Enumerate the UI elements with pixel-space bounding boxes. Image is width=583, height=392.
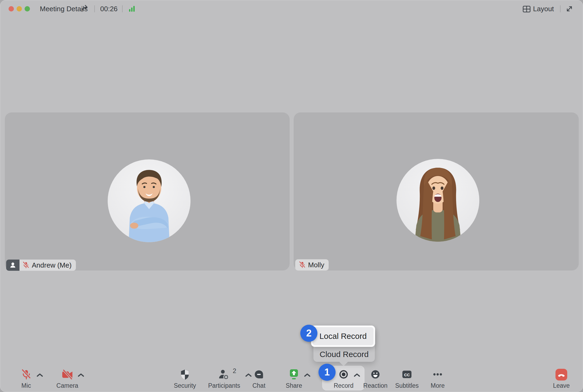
security-button[interactable]: Security <box>166 369 204 389</box>
chat-bubble-icon <box>253 369 265 380</box>
cc-icon-text: CC <box>404 373 410 377</box>
camera-button[interactable]: Camera <box>49 369 86 389</box>
hangup-icon <box>555 369 567 381</box>
mic-options-chevron[interactable] <box>37 373 43 377</box>
share-screen-icon <box>288 369 300 380</box>
chat-label: Chat <box>252 382 266 389</box>
mic-label: Mic <box>21 382 31 389</box>
participants-button[interactable]: Participants <box>205 369 243 389</box>
participant-name: Molly <box>308 261 324 269</box>
zoom-traffic-light[interactable] <box>25 6 30 11</box>
menu-item-cloud-record[interactable]: Cloud Record <box>313 347 375 362</box>
camera-off-icon <box>61 369 74 380</box>
nametag-molly: Molly <box>295 259 329 271</box>
nametag-andrew: Andrew (Me) <box>6 260 76 271</box>
titlebar-divider <box>94 5 95 12</box>
close-traffic-light[interactable] <box>9 6 14 11</box>
record-icon <box>338 369 349 380</box>
camera-label: Camera <box>56 382 78 389</box>
mic-muted-icon <box>22 261 30 269</box>
minimize-traffic-light[interactable] <box>17 6 22 11</box>
menu-item-local-record[interactable]: Local Record <box>311 326 375 347</box>
ellipsis-icon <box>432 369 444 380</box>
more-label: More <box>431 382 445 389</box>
mic-muted-icon <box>298 261 306 269</box>
security-label: Security <box>174 382 196 389</box>
meeting-window: Meeting Details 00:26 Layout <box>0 0 583 392</box>
participants-icon <box>218 369 231 380</box>
chat-button[interactable]: Chat <box>240 369 278 389</box>
share-options-chevron[interactable] <box>304 373 310 377</box>
layout-grid-icon[interactable] <box>522 5 531 13</box>
camera-options-chevron[interactable] <box>78 373 84 377</box>
avatar-andrew <box>108 159 191 242</box>
participants-label: Participants <box>208 382 240 389</box>
share-label: Share <box>286 382 302 389</box>
avatar-molly <box>397 159 479 242</box>
mic-button[interactable]: Mic <box>7 369 45 389</box>
titlebar-divider <box>122 5 123 12</box>
participants-count: 2 <box>233 367 236 375</box>
network-signal-icon <box>129 6 135 12</box>
shield-icon <box>179 369 191 380</box>
record-label: Record <box>334 382 353 389</box>
layout-button[interactable]: Layout <box>533 5 554 13</box>
share-button[interactable]: Share <box>275 369 313 389</box>
fullscreen-expand-icon[interactable] <box>565 5 574 13</box>
reaction-label: Reaction <box>363 382 388 389</box>
leave-label: Leave <box>553 382 570 389</box>
menu-item-local-record-label[interactable]: Local Record <box>313 327 374 345</box>
smiley-icon <box>370 369 381 380</box>
titlebar-divider <box>560 5 561 12</box>
cc-icon: CC <box>401 369 413 380</box>
share-meeting-icon[interactable] <box>80 4 90 14</box>
leave-button[interactable]: Leave <box>543 369 580 389</box>
meeting-timer: 00:26 <box>100 5 118 13</box>
mic-muted-icon <box>20 369 32 380</box>
participant-name: Andrew (Me) <box>32 261 72 269</box>
step-badge-2: 2 <box>300 325 317 342</box>
subtitles-label: Subtitles <box>395 382 419 389</box>
more-button[interactable]: More <box>419 369 456 389</box>
step-badge-1: 1 <box>318 364 336 381</box>
pinned-user-icon <box>6 260 20 271</box>
